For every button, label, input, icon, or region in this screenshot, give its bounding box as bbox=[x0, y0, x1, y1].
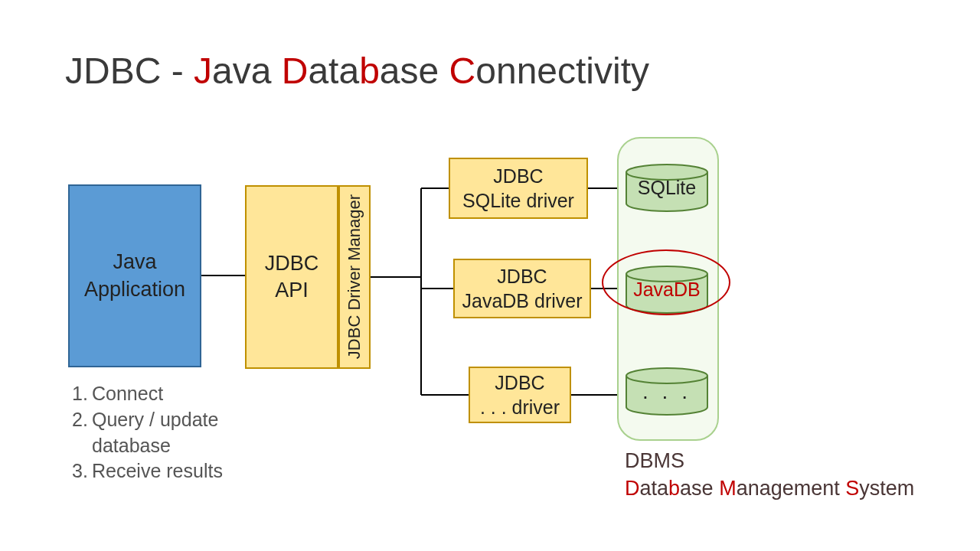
dbms-d: D bbox=[625, 477, 640, 500]
db-sqlite: SQLite bbox=[625, 163, 709, 213]
drv3-line1: JDBC bbox=[495, 372, 544, 393]
javadb-highlight-ellipse bbox=[602, 249, 730, 315]
dbms-line1: DBMS bbox=[625, 449, 684, 472]
step-2-cont: database bbox=[72, 433, 223, 459]
drv2-line1: JDBC bbox=[497, 266, 547, 287]
drv1-line2: SQLite driver bbox=[462, 190, 574, 211]
driver-manager-label: JDBC Driver Manager bbox=[345, 194, 364, 359]
dbms-m: M bbox=[719, 477, 737, 500]
java-app-line1: Java bbox=[113, 250, 156, 273]
title-b: b bbox=[359, 51, 380, 91]
steps-list: 1. Connect 2. Query / update database 3.… bbox=[72, 381, 223, 484]
title-prefix: JDBC - bbox=[65, 51, 194, 91]
step-3-text: Receive results bbox=[92, 458, 223, 484]
jdbc-api-line2: API bbox=[275, 279, 309, 302]
java-app-line2: Application bbox=[84, 278, 185, 301]
title-ase: ase bbox=[380, 51, 449, 91]
step-1: 1. Connect bbox=[72, 381, 223, 407]
dbms-ystem: ystem bbox=[859, 477, 914, 500]
step-2-text2: database bbox=[92, 433, 171, 459]
drv3-line2: . . . driver bbox=[480, 396, 560, 418]
jdbc-api-line1: JDBC bbox=[265, 252, 319, 275]
title-j: J bbox=[194, 51, 212, 91]
dbms-ata: ata bbox=[640, 477, 669, 500]
dbms-b: b bbox=[668, 477, 680, 500]
drv1-line1: JDBC bbox=[493, 165, 543, 187]
step-1-text: Connect bbox=[92, 381, 163, 407]
jdbc-driver-manager-box: JDBC Driver Manager bbox=[338, 185, 371, 369]
jdbc-javadb-driver-box: JDBC JavaDB driver bbox=[453, 259, 591, 318]
dbms-s: S bbox=[845, 477, 859, 500]
jdbc-other-driver-box: JDBC . . . driver bbox=[469, 367, 571, 423]
page-title: JDBC - Java Database Connectivity bbox=[65, 50, 649, 92]
title-ava: ava bbox=[212, 51, 282, 91]
title-ata: ata bbox=[308, 51, 359, 91]
title-d: D bbox=[282, 51, 309, 91]
title-c: C bbox=[449, 51, 476, 91]
java-application-box: Java Application bbox=[68, 184, 201, 367]
title-onn: onnectivity bbox=[475, 51, 649, 91]
step-2: 2. Query / update bbox=[72, 407, 223, 433]
dbms-anagement: anagement bbox=[737, 477, 846, 500]
step-2-num: 2. bbox=[72, 407, 92, 433]
jdbc-sqlite-driver-box: JDBC SQLite driver bbox=[449, 158, 588, 219]
step-2-text: Query / update bbox=[92, 407, 218, 433]
dbms-label: DBMS Database Management System bbox=[625, 447, 914, 503]
step-3-num: 3. bbox=[72, 458, 92, 484]
step-3: 3. Receive results bbox=[72, 458, 223, 484]
db-other-label: . . . bbox=[642, 380, 691, 404]
jdbc-api-box: JDBC API bbox=[245, 185, 338, 369]
db-other: . . . bbox=[625, 367, 709, 416]
drv2-line2: JavaDB driver bbox=[462, 290, 583, 311]
db-sqlite-label: SQLite bbox=[638, 177, 696, 199]
dbms-ase: ase bbox=[680, 477, 719, 500]
step-1-num: 1. bbox=[72, 381, 92, 407]
